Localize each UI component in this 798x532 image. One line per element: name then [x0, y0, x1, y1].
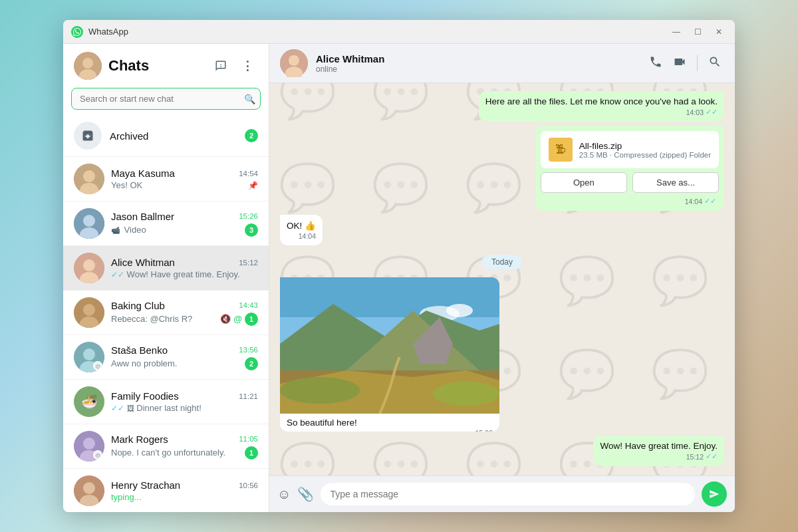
chat-item-alice[interactable]: Alice Whitman 15:12 ✓✓ Wow! Have great t… — [63, 246, 269, 291]
file-icon: 🗜 — [549, 138, 573, 162]
chat-preview-typing: typing... — [111, 492, 258, 502]
message-sent-1: Here are all the files. Let me know once… — [479, 91, 724, 122]
chat-info: Jason Ballmer 15:26 📹 Video 3 — [111, 211, 258, 237]
contact-info: Alice Whitman online — [316, 53, 638, 74]
svg-point-7 — [83, 215, 95, 227]
chat-name: Henry Strachan — [111, 479, 180, 491]
chat-item-family[interactable]: 🍜 Family Foodies 11:21 ✓✓ 🖼 Dinner last … — [63, 380, 269, 424]
search-bar: 🔍 — [71, 88, 261, 110]
sidebar-title: Chats — [108, 57, 203, 74]
svg-point-48 — [433, 382, 499, 406]
archived-badge: 2 — [245, 129, 258, 142]
unread-badge: 2 — [245, 357, 258, 370]
chat-info: Henry Strachan 10:56 typing... — [111, 479, 258, 502]
chat-time: 14:43 — [239, 301, 258, 309]
chat-avatar — [74, 253, 104, 283]
chat-name: Staša Benko — [111, 344, 168, 356]
unread-badge: 1 — [245, 313, 258, 326]
sidebar-header-icons: ⋮ — [210, 55, 258, 76]
sidebar-header: Chats ⋮ — [63, 44, 269, 85]
photo-image[interactable] — [280, 277, 499, 414]
save-file-button[interactable]: Save as... — [632, 172, 719, 193]
search-icon[interactable]: 🔍 — [244, 94, 255, 104]
chat-avatar — [74, 164, 104, 194]
chat-name: Baking Club — [111, 300, 165, 311]
message-text: OK! 👍 — [287, 221, 316, 231]
chat-item-maya[interactable]: Maya Kasuma 14:54 Yes! OK 📌 — [63, 157, 269, 201]
search-input[interactable] — [71, 88, 261, 110]
message-time: 14:03 ✓✓ — [485, 108, 718, 116]
message-time: 14:04 — [287, 232, 316, 240]
maximize-button[interactable]: ☐ — [690, 24, 706, 40]
send-button[interactable] — [702, 481, 727, 507]
chat-header: Alice Whitman online — [269, 44, 735, 83]
menu-button[interactable]: ⋮ — [237, 55, 258, 76]
chat-preview: ✓✓ Wow! Have great time. Enjoy. — [111, 269, 258, 279]
chat-item-jason[interactable]: Jason Ballmer 15:26 📹 Video 3 — [63, 201, 269, 246]
message-time: 15:12 ✓✓ — [600, 452, 718, 461]
titlebar: WhatsApp — ☐ ✕ — [63, 20, 735, 44]
date-divider: Today — [280, 255, 724, 269]
date-chip: Today — [482, 255, 522, 269]
chat-preview: Rebecca: @Chris R? — [111, 314, 217, 324]
pin-icon: 📌 — [248, 181, 258, 190]
chat-avatar: ⏱ — [74, 342, 104, 372]
chat-item-stasa[interactable]: ⏱ Staša Benko 13:56 Aww no problem. 2 — [63, 335, 269, 380]
chat-name: Jason Ballmer — [111, 211, 174, 222]
main-layout: Chats ⋮ 🔍 — [63, 44, 735, 512]
contact-name: Alice Whitman — [316, 53, 638, 65]
emoji-button[interactable]: ☺ — [277, 487, 291, 502]
app-icon — [71, 26, 83, 38]
unread-badge: 1 — [245, 446, 258, 460]
chat-item-mark[interactable]: ⏱ Mark Rogers 11:05 Nope. I can't go unf… — [63, 424, 269, 469]
chat-item-henry[interactable]: Henry Strachan 10:56 typing... — [63, 469, 269, 512]
minimize-button[interactable]: — — [668, 24, 684, 40]
attachment-button[interactable]: 📎 — [297, 486, 314, 502]
input-bar: ☺ 📎 — [269, 475, 735, 512]
chat-avatar: ⏱ — [74, 431, 104, 462]
open-file-button[interactable]: Open — [541, 172, 627, 193]
file-name: All-files.zip — [579, 141, 711, 151]
svg-point-4 — [83, 170, 95, 182]
video-call-icon[interactable] — [670, 53, 689, 74]
svg-point-23 — [83, 438, 95, 450]
chat-preview: Aww no problem. — [111, 358, 242, 368]
photo-message: So beautiful here! 15:06 ❤️ — [280, 277, 499, 432]
search-messages-icon[interactable] — [706, 53, 724, 74]
at-icon: @ — [233, 314, 242, 324]
archived-row[interactable]: Archived 2 — [63, 115, 269, 157]
close-button[interactable]: ✕ — [711, 24, 727, 40]
chat-time: 11:21 — [239, 392, 258, 400]
chat-name: Maya Kasuma — [111, 168, 175, 179]
chat-avatar — [74, 208, 104, 239]
file-inner: 🗜 All-files.zip 23.5 MB · Compressed (zi… — [541, 131, 719, 168]
chat-preview: ✓✓ 🖼 Dinner last night! — [111, 403, 258, 413]
chat-avatar — [74, 297, 104, 328]
svg-text:⏱: ⏱ — [95, 453, 100, 459]
user-avatar[interactable] — [74, 52, 102, 80]
voice-call-icon[interactable] — [646, 53, 665, 74]
file-meta: 23.5 MB · Compressed (zipped) Folder — [579, 151, 711, 159]
sidebar: Chats ⋮ 🔍 — [63, 44, 269, 512]
message-time: 14:04 ✓✓ — [541, 194, 719, 205]
svg-point-28 — [83, 482, 95, 494]
new-chat-button[interactable] — [210, 55, 231, 76]
svg-point-16 — [83, 348, 95, 360]
message-text: Here are all the files. Let me know once… — [485, 96, 718, 106]
chat-preview: Yes! OK — [111, 180, 245, 190]
message-time: 15:06 — [287, 429, 493, 432]
file-message: 🗜 All-files.zip 23.5 MB · Compressed (zi… — [535, 126, 724, 211]
app-title: WhatsApp — [88, 27, 128, 37]
chat-info: Maya Kasuma 14:54 Yes! OK 📌 — [111, 168, 258, 190]
message-input[interactable] — [321, 483, 695, 505]
chat-time: 11:05 — [239, 435, 258, 443]
message-text: Wow! Have great time. Enjoy. — [600, 441, 718, 451]
messages-area: Here are all the files. Let me know once… — [269, 83, 735, 475]
message-sent-2: Wow! Have great time. Enjoy. 15:12 ✓✓ — [593, 436, 724, 466]
svg-text:⏱: ⏱ — [95, 364, 100, 370]
chat-item-baking[interactable]: Baking Club 14:43 Rebecca: @Chris R? 🔇 @… — [63, 291, 269, 335]
chat-preview: 📹 Video — [111, 225, 242, 235]
contact-avatar[interactable] — [280, 49, 308, 77]
chat-info: Family Foodies 11:21 ✓✓ 🖼 Dinner last ni… — [111, 390, 258, 413]
file-actions: Open Save as... — [541, 172, 719, 193]
